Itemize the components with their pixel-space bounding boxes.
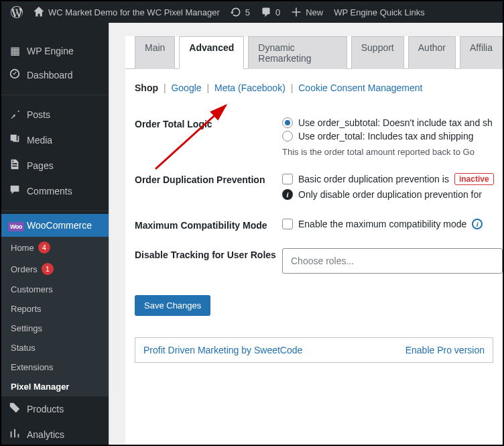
field-compat: Enable the maximum compatibility mode i (282, 219, 503, 232)
help-icon[interactable]: i (472, 219, 483, 229)
sidebar-sub-customers[interactable]: Customers (1, 280, 109, 299)
checkbox-duplication[interactable] (282, 174, 293, 184)
sublink-cookie[interactable]: Cookie Consent Management (298, 82, 422, 93)
checkbox-duplication-label: Basic order duplication prevention is (298, 174, 449, 184)
row-duplication: Order Duplication Prevention Basic order… (125, 165, 503, 211)
field-order-total: Use order_subtotal: Doesn't include tax … (282, 117, 503, 157)
admin-bar: WC Market Demo for the WC Pixel Manager … (1, 1, 503, 23)
tab-advanced[interactable]: Advanced (179, 36, 244, 69)
tabs-nav: Main Advanced Dynamic Remarketing Suppor… (125, 36, 503, 69)
sublink-current: Shop (135, 82, 158, 93)
sidebar-label: Products (27, 404, 64, 414)
sidebar-label: Comments (27, 186, 72, 197)
field-duplication: Basic order duplication prevention is in… (282, 173, 503, 203)
row-compat: Maximum Compatibility Mode Enable the ma… (125, 211, 503, 240)
sidebar-sub-reports[interactable]: Reports (1, 299, 109, 319)
count-badge: 1 (42, 263, 54, 275)
sidebar-item-products[interactable]: Products (1, 396, 109, 422)
comments-icon (8, 184, 21, 199)
sidebar-item-dashboard[interactable]: Dashboard (1, 62, 109, 88)
new-link[interactable]: New (286, 7, 328, 17)
tab-dynamic-remarketing[interactable]: Dynamic Remarketing (248, 36, 346, 69)
updates-icon (231, 7, 241, 17)
sidebar-item-comments[interactable]: Comments (1, 178, 109, 204)
sidebar-item-pages[interactable]: Pages (1, 153, 109, 178)
tab-main[interactable]: Main (135, 36, 175, 69)
label-compat: Maximum Compatibility Mode (135, 219, 282, 231)
home-icon (34, 7, 44, 17)
sidebar-sub-status[interactable]: Status (1, 338, 109, 357)
sidebar-item-woocommerce[interactable]: Woo WooCommerce (1, 214, 109, 237)
updates-link[interactable]: 5 (225, 7, 255, 17)
sublink-google[interactable]: Google (171, 82, 201, 93)
sidebar-item-analytics[interactable]: Analytics (1, 422, 109, 445)
sidebar-item-media[interactable]: Media (1, 127, 109, 153)
field-roles: Choose roles... (282, 248, 503, 274)
woocommerce-icon: Woo (8, 219, 21, 231)
label-order-total: Order Total Logic (135, 117, 282, 129)
products-icon (8, 402, 21, 416)
status-inactive-badge: inactive (454, 173, 494, 185)
checkbox-compat[interactable] (282, 219, 293, 229)
roles-select[interactable]: Choose roles... (282, 248, 503, 274)
site-title: WC Market Demo for the WC Pixel Manager (48, 7, 220, 17)
sidebar-label: Posts (27, 109, 50, 120)
plus-icon (291, 7, 302, 17)
settings-panel: Main Advanced Dynamic Remarketing Suppor… (125, 36, 503, 445)
new-label: New (306, 7, 323, 17)
radio-total[interactable] (282, 131, 293, 142)
media-icon (8, 133, 21, 148)
sidebar-label: Media (27, 135, 52, 146)
dashboard-icon (8, 68, 21, 82)
content-area: Main Advanced Dynamic Remarketing Suppor… (109, 23, 503, 445)
sidebar-label: Dashboard (27, 70, 73, 80)
sidebar-label: WooCommerce (27, 220, 92, 231)
section-sublinks: Shop | Google | Meta (Facebook) | Cookie… (125, 82, 503, 109)
wpengine-quicklinks[interactable]: WP Engine Quick Links (328, 7, 430, 17)
site-link[interactable]: WC Market Demo for the WC Pixel Manager (28, 7, 225, 17)
order-total-desc: This is the order total amount reported … (282, 147, 503, 157)
label-duplication: Order Duplication Prevention (135, 173, 282, 185)
label-roles: Disable Tracking for User Roles (135, 248, 282, 260)
sidebar-label: Pages (27, 160, 54, 171)
tab-support[interactable]: Support (351, 36, 404, 69)
row-order-total: Order Total Logic Use order_subtotal: Do… (125, 109, 503, 165)
checkbox-compat-label: Enable the maximum compatibility mode (298, 219, 466, 229)
tab-author[interactable]: Author (408, 36, 456, 69)
info-icon: i (282, 189, 293, 200)
wp-logo[interactable] (5, 6, 28, 18)
comment-icon (261, 7, 271, 17)
sidebar-sub-pixel-manager[interactable]: Pixel Manager (1, 377, 109, 396)
quicklinks-label: WP Engine Quick Links (334, 7, 425, 17)
radio-subtotal-label: Use order_subtotal: Doesn't include tax … (298, 117, 493, 128)
save-button[interactable]: Save Changes (135, 295, 210, 316)
comments-count: 0 (275, 7, 280, 17)
sidebar-item-posts[interactable]: Posts (1, 102, 109, 127)
pin-icon (8, 107, 21, 122)
sidebar-sub-orders[interactable]: Orders1 (1, 258, 109, 280)
sidebar-sub-settings[interactable]: Settings (1, 319, 109, 338)
admin-sidebar: ▦ WP Engine Dashboard Posts Media Pages (1, 23, 109, 445)
wordpress-icon (11, 6, 23, 18)
comments-link[interactable]: 0 (255, 7, 286, 17)
wpengine-icon: ▦ (8, 44, 21, 57)
sidebar-item-wpengine[interactable]: ▦ WP Engine (1, 39, 109, 62)
sidebar-sub-home[interactable]: Home4 (1, 237, 109, 258)
sidebar-label: WP Engine (27, 46, 74, 56)
sidebar-label: Analytics (27, 429, 64, 440)
analytics-icon (8, 427, 21, 442)
sidebar-sub-extensions[interactable]: Extensions (1, 357, 109, 377)
count-badge: 4 (38, 241, 50, 254)
radio-subtotal[interactable] (282, 117, 293, 128)
pages-icon (8, 158, 21, 173)
promo-right-link[interactable]: Enable Pro version (405, 345, 485, 355)
sublink-meta[interactable]: Meta (Facebook) (214, 82, 286, 93)
duplication-note: Only disable order duplication preventio… (298, 189, 482, 200)
promo-left-link[interactable]: Profit Driven Marketing by SweetCode (143, 345, 302, 355)
promo-banner: Profit Driven Marketing by SweetCode Ena… (135, 337, 493, 363)
sidebar-submenu: Home4 Orders1 Customers Reports Settings… (1, 237, 109, 396)
row-roles: Disable Tracking for User Roles Choose r… (125, 240, 503, 282)
updates-count: 5 (245, 7, 250, 17)
radio-total-label: Use order_total: Includes tax and shippi… (298, 131, 474, 142)
tab-affiliate[interactable]: Affilia (460, 36, 503, 69)
